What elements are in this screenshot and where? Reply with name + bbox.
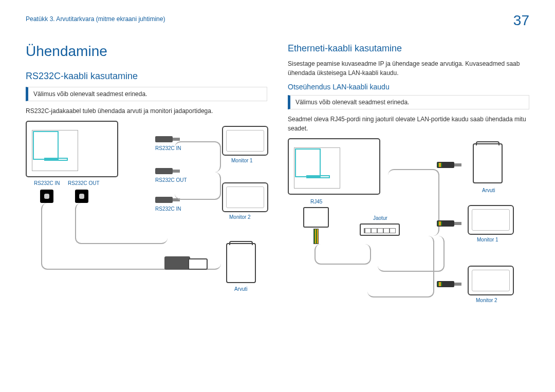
arvuti-label: Arvuti	[234, 286, 248, 292]
left-column: Ühendamine RS232C-kaabli kasutamine Väli…	[26, 43, 267, 318]
ethernet-description: Sisestage peamise kuvaseadme IP ja ühend…	[288, 59, 529, 78]
monitor1-label: Monitor 1	[231, 158, 253, 163]
pc-tower	[473, 143, 503, 183]
rs232c-in-port	[40, 190, 53, 203]
page-number: 37	[513, 12, 529, 29]
jack-plug	[155, 197, 173, 203]
monitor-rear-panel	[288, 138, 380, 195]
section-ethernet-heading: Etherneti-kaabli kasutamine	[288, 43, 529, 54]
rj45-port	[303, 207, 329, 228]
rj45-label: RJ45	[310, 199, 322, 204]
rs232c-out-label: RS232C OUT	[68, 180, 100, 186]
ethernet-diagram: RJ45 Jaotur Arvuti Monitor 1 Monitor	[288, 138, 529, 318]
serial-connector	[164, 256, 190, 270]
lan-description: Seadmel oleva RJ45-pordi ning jaoturil o…	[288, 115, 529, 133]
monitor2-label: Monitor 2	[229, 214, 251, 220]
note-box: Välimus võib olenevalt seadmest erineda.	[288, 95, 529, 109]
right-column: Etherneti-kaabli kasutamine Sisestage pe…	[288, 43, 529, 318]
monitor-1	[468, 205, 514, 235]
ethernet-plug	[437, 281, 454, 287]
jack-plug	[155, 168, 173, 174]
monitor-2	[468, 266, 514, 295]
section-rs232c-heading: RS232C-kaabli kasutamine	[26, 71, 267, 82]
arvuti-label: Arvuti	[482, 188, 495, 193]
section-lan-heading: Otseühendus LAN-kaabli kaudu	[288, 83, 529, 91]
rs232c-in-label: RS232C IN	[34, 180, 60, 186]
pc-tower	[226, 243, 256, 283]
rs232c-out-port	[75, 190, 88, 203]
monitor-rear-panel	[26, 121, 118, 177]
note-box: Välimus võib olenevalt seadmest erineda.	[26, 87, 267, 101]
ethernet-plug	[437, 162, 454, 168]
monitor-2	[222, 182, 268, 212]
page-title: Ühendamine	[26, 43, 267, 60]
monitor1-label: Monitor 1	[477, 237, 498, 242]
ethernet-plug	[437, 220, 454, 227]
chapter-label: Peatükk 3. Arvutitarkvara (mitme ekraani…	[26, 15, 165, 23]
monitor-1	[222, 126, 268, 156]
rs232c-in-label-3: RS232C IN	[155, 206, 181, 212]
rs232c-diagram: RS232C IN RS232C OUT RS232C IN RS232C OU…	[26, 121, 267, 301]
rj45-connector	[313, 229, 319, 244]
rs232c-description: RS232C-jadakaabel tuleb ühendada arvuti …	[26, 106, 267, 116]
jaotur-label: Jaotur	[373, 215, 387, 221]
monitor2-label: Monitor 2	[476, 297, 497, 303]
jack-plug	[155, 136, 173, 142]
